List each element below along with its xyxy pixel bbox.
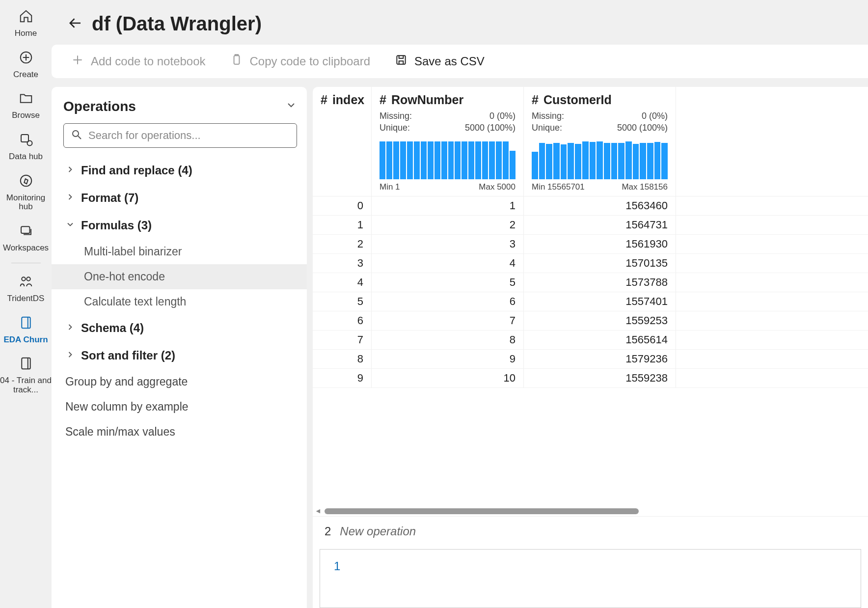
- table-row[interactable]: 011563460: [313, 196, 868, 216]
- save-icon: [395, 54, 407, 69]
- new-operation-row[interactable]: 2 New operation: [313, 516, 868, 546]
- table-row[interactable]: 451573788: [313, 273, 868, 292]
- chevron-right-icon: [65, 191, 75, 205]
- missing-label: Missing:: [532, 110, 564, 122]
- cat-find-replace[interactable]: Find and replace (4): [61, 157, 299, 184]
- col-rownumber-max: Max 5000: [479, 182, 515, 192]
- missing-label: Missing:: [380, 110, 412, 122]
- cell-rownumber: 1: [372, 196, 524, 215]
- operations-panel: Operations Find and replace (4) Format (…: [52, 87, 307, 608]
- rail-tridentds[interactable]: TridentDS: [0, 270, 52, 306]
- table-row[interactable]: 121564731: [313, 216, 868, 235]
- rail-create-label: Create: [13, 70, 38, 80]
- stack-icon: [19, 223, 33, 241]
- rail-datahub[interactable]: Data hub: [0, 128, 52, 165]
- copy-code-button[interactable]: Copy code to clipboard: [230, 54, 370, 69]
- svg-rect-10: [397, 55, 405, 64]
- table-row[interactable]: 9101559238: [313, 369, 868, 388]
- cell-rownumber: 7: [372, 311, 524, 330]
- toolbar: Add code to notebook Copy code to clipbo…: [52, 45, 868, 78]
- cell-index: 2: [313, 235, 372, 253]
- cell-index: 7: [313, 331, 372, 349]
- rail-home[interactable]: Home: [0, 5, 52, 41]
- op-one-hot-encode[interactable]: One-hot encode: [52, 264, 307, 289]
- add-code-label: Add code to notebook: [91, 55, 206, 68]
- chevron-right-icon: [65, 321, 75, 335]
- op-scale-minmax[interactable]: Scale min/max values: [61, 419, 299, 444]
- rail-workspaces[interactable]: Workspaces: [0, 220, 52, 256]
- svg-rect-7: [22, 317, 30, 328]
- cell-customerid: 1561930: [524, 235, 676, 253]
- op-multi-label-binarizer[interactable]: Multi-label binarizer: [61, 239, 299, 264]
- table-row[interactable]: 231561930: [313, 235, 868, 254]
- table-row[interactable]: 891579236: [313, 350, 868, 369]
- rail-create[interactable]: Create: [0, 46, 52, 83]
- operations-search[interactable]: [63, 123, 297, 148]
- rail-home-label: Home: [15, 29, 37, 38]
- notebook-icon: [19, 356, 33, 373]
- cat-format[interactable]: Format (7): [61, 184, 299, 212]
- col-rownumber[interactable]: # RowNumber Missing:0 (0%) Unique:5000 (…: [372, 87, 524, 196]
- chevron-right-icon: [65, 349, 75, 362]
- cell-customerid: 1565614: [524, 331, 676, 349]
- copy-code-label: Copy code to clipboard: [250, 55, 370, 68]
- cell-customerid: 1563460: [524, 196, 676, 215]
- table-row[interactable]: 781565614: [313, 331, 868, 350]
- col-customerid[interactable]: # CustomerId Missing:0 (0%) Unique:5000 …: [524, 87, 676, 196]
- rail-tridentds-label: TridentDS: [7, 294, 45, 304]
- left-rail: Home Create Browse Data hub Monitoring h…: [0, 0, 52, 608]
- cell-customerid: 1559238: [524, 369, 676, 387]
- add-code-button[interactable]: Add code to notebook: [71, 54, 206, 69]
- scrollbar-thumb[interactable]: [325, 508, 639, 514]
- cell-rownumber: 5: [372, 273, 524, 292]
- cell-index: 4: [313, 273, 372, 292]
- cat-schema[interactable]: Schema (4): [61, 314, 299, 342]
- col-customerid-name: CustomerId: [543, 93, 612, 107]
- table-row[interactable]: 341570135: [313, 254, 868, 273]
- rail-eda-churn-label: EDA Churn: [3, 335, 48, 345]
- cell-rownumber: 9: [372, 350, 524, 368]
- cell-index: 1: [313, 216, 372, 234]
- clipboard-icon: [230, 54, 243, 69]
- hash-icon: #: [321, 93, 327, 107]
- op-calculate-text-length[interactable]: Calculate text length: [61, 289, 299, 314]
- save-csv-label: Save as CSV: [414, 55, 485, 68]
- content: Operations Find and replace (4) Format (…: [52, 87, 868, 608]
- operations-search-input[interactable]: [88, 129, 290, 142]
- col-rownumber-missing: 0 (0%): [489, 110, 515, 122]
- scroll-left-arrow-icon[interactable]: ◄: [315, 507, 322, 515]
- svg-point-6: [27, 277, 30, 281]
- cat-formulas[interactable]: Formulas (3): [61, 212, 299, 239]
- rail-eda-churn[interactable]: EDA Churn: [0, 311, 52, 348]
- database-icon: [19, 132, 33, 149]
- data-grid: # index # RowNumber Missing:0 (0%) Uniqu…: [313, 87, 868, 608]
- col-customerid-min: Min 15565701: [532, 182, 585, 192]
- operations-header[interactable]: Operations: [61, 99, 299, 123]
- rail-monitoring[interactable]: Monitoring hub: [0, 169, 52, 215]
- col-rownumber-name: RowNumber: [391, 93, 463, 107]
- col-customerid-missing: 0 (0%): [642, 110, 668, 122]
- cell-customerid: 1559253: [524, 311, 676, 330]
- table-row[interactable]: 671559253: [313, 311, 868, 331]
- op-new-column-example[interactable]: New column by example: [61, 394, 299, 419]
- code-editor[interactable]: 1: [320, 549, 861, 608]
- cat-sort-filter[interactable]: Sort and filter (2): [61, 342, 299, 369]
- svg-rect-4: [21, 226, 30, 233]
- cell-index: 0: [313, 196, 372, 215]
- save-csv-button[interactable]: Save as CSV: [395, 54, 485, 69]
- col-index[interactable]: # index: [313, 87, 372, 196]
- folder-icon: [19, 91, 33, 108]
- op-group-by[interactable]: Group by and aggregate: [61, 369, 299, 394]
- chevron-down-icon: [285, 99, 297, 114]
- back-arrow-icon[interactable]: [68, 16, 83, 32]
- data-rows: 0115634601215647312315619303415701354515…: [313, 196, 868, 506]
- plus-circle-icon: [19, 50, 33, 67]
- rail-train-track[interactable]: 04 - Train and track...: [0, 352, 52, 397]
- cat-find-replace-label: Find and replace (4): [81, 164, 192, 177]
- svg-rect-9: [234, 55, 239, 64]
- rail-browse[interactable]: Browse: [0, 87, 52, 123]
- newop-label: New operation: [340, 525, 416, 538]
- table-row[interactable]: 561557401: [313, 292, 868, 311]
- unique-label: Unique:: [380, 122, 410, 134]
- horizontal-scrollbar[interactable]: ◄: [313, 506, 868, 516]
